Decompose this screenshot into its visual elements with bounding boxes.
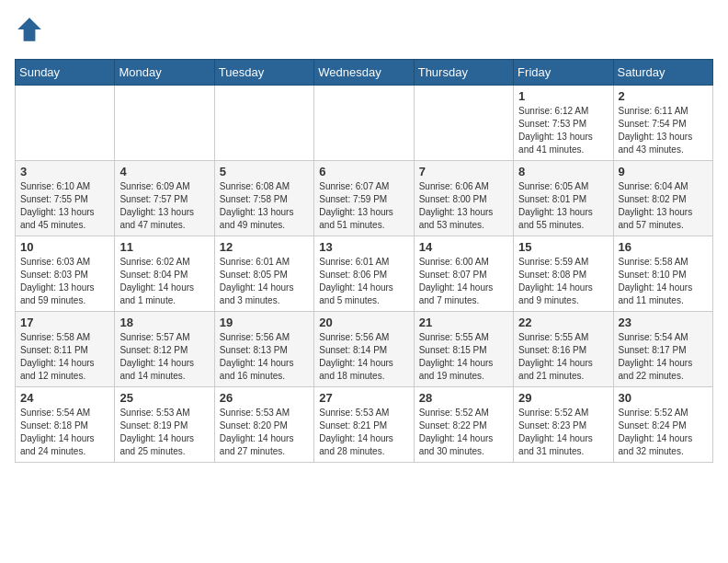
page-header <box>15 15 713 44</box>
calendar-cell: 8Sunrise: 6:05 AM Sunset: 8:01 PM Daylig… <box>514 161 613 236</box>
day-number: 9 <box>619 165 708 178</box>
day-info: Sunrise: 5:55 AM Sunset: 8:15 PM Dayligh… <box>419 331 508 383</box>
calendar-cell: 15Sunrise: 5:59 AM Sunset: 8:08 PM Dayli… <box>514 236 613 312</box>
day-number: 19 <box>220 316 309 329</box>
day-number: 16 <box>619 240 708 254</box>
day-info: Sunrise: 5:57 AM Sunset: 8:12 PM Dayligh… <box>119 331 209 383</box>
calendar-cell <box>414 86 513 161</box>
day-info: Sunrise: 5:55 AM Sunset: 8:16 PM Dayligh… <box>518 331 608 383</box>
day-info: Sunrise: 6:10 AM Sunset: 7:55 PM Dayligh… <box>20 180 109 232</box>
day-info: Sunrise: 5:58 AM Sunset: 8:10 PM Dayligh… <box>619 256 708 307</box>
day-number: 23 <box>619 316 708 329</box>
day-of-week-header: Sunday <box>16 60 115 86</box>
calendar-cell <box>115 86 214 161</box>
day-info: Sunrise: 5:58 AM Sunset: 8:11 PM Dayligh… <box>20 331 109 383</box>
day-number: 3 <box>20 165 109 178</box>
day-info: Sunrise: 6:12 AM Sunset: 7:53 PM Dayligh… <box>518 105 608 156</box>
day-info: Sunrise: 5:53 AM Sunset: 8:20 PM Dayligh… <box>220 407 309 458</box>
day-number: 10 <box>20 240 109 254</box>
day-number: 6 <box>319 165 408 178</box>
calendar-week-row: 10Sunrise: 6:03 AM Sunset: 8:03 PM Dayli… <box>16 236 713 312</box>
day-info: Sunrise: 5:52 AM Sunset: 8:23 PM Dayligh… <box>518 407 608 458</box>
day-info: Sunrise: 5:54 AM Sunset: 8:17 PM Dayligh… <box>619 331 708 383</box>
day-info: Sunrise: 5:54 AM Sunset: 8:18 PM Dayligh… <box>20 407 109 458</box>
day-number: 17 <box>20 316 109 329</box>
calendar-cell: 7Sunrise: 6:06 AM Sunset: 8:00 PM Daylig… <box>414 161 513 236</box>
day-info: Sunrise: 6:11 AM Sunset: 7:54 PM Dayligh… <box>619 105 708 156</box>
calendar-cell <box>16 86 115 161</box>
calendar-cell: 10Sunrise: 6:03 AM Sunset: 8:03 PM Dayli… <box>16 236 115 312</box>
svg-marker-0 <box>17 17 41 41</box>
calendar-cell: 30Sunrise: 5:52 AM Sunset: 8:24 PM Dayli… <box>613 387 712 463</box>
calendar-cell: 20Sunrise: 5:56 AM Sunset: 8:14 PM Dayli… <box>314 312 414 387</box>
calendar-cell <box>214 86 313 161</box>
day-number: 5 <box>220 165 309 178</box>
calendar-week-row: 17Sunrise: 5:58 AM Sunset: 8:11 PM Dayli… <box>16 312 713 387</box>
day-number: 29 <box>518 391 608 405</box>
day-number: 18 <box>119 316 209 329</box>
day-of-week-header: Thursday <box>414 60 513 86</box>
day-info: Sunrise: 5:53 AM Sunset: 8:19 PM Dayligh… <box>119 407 209 458</box>
calendar-cell: 13Sunrise: 6:01 AM Sunset: 8:06 PM Dayli… <box>314 236 414 312</box>
day-info: Sunrise: 5:56 AM Sunset: 8:14 PM Dayligh… <box>319 331 408 383</box>
day-info: Sunrise: 5:56 AM Sunset: 8:13 PM Dayligh… <box>220 331 309 383</box>
calendar-cell: 12Sunrise: 6:01 AM Sunset: 8:05 PM Dayli… <box>214 236 313 312</box>
calendar-cell: 27Sunrise: 5:53 AM Sunset: 8:21 PM Dayli… <box>314 387 414 463</box>
calendar-cell: 29Sunrise: 5:52 AM Sunset: 8:23 PM Dayli… <box>514 387 613 463</box>
day-number: 15 <box>518 240 608 254</box>
calendar-cell: 5Sunrise: 6:08 AM Sunset: 7:58 PM Daylig… <box>214 161 313 236</box>
calendar-header-row: SundayMondayTuesdayWednesdayThursdayFrid… <box>16 60 713 86</box>
day-number: 12 <box>220 240 309 254</box>
day-info: Sunrise: 6:01 AM Sunset: 8:06 PM Dayligh… <box>319 256 408 307</box>
logo-icon <box>15 15 44 44</box>
logo <box>15 15 48 44</box>
day-info: Sunrise: 6:01 AM Sunset: 8:05 PM Dayligh… <box>220 256 309 307</box>
day-info: Sunrise: 5:52 AM Sunset: 8:24 PM Dayligh… <box>619 407 708 458</box>
calendar-cell: 21Sunrise: 5:55 AM Sunset: 8:15 PM Dayli… <box>414 312 513 387</box>
day-of-week-header: Friday <box>514 60 613 86</box>
day-number: 2 <box>619 89 708 103</box>
calendar-week-row: 24Sunrise: 5:54 AM Sunset: 8:18 PM Dayli… <box>16 387 713 463</box>
calendar-cell: 23Sunrise: 5:54 AM Sunset: 8:17 PM Dayli… <box>613 312 712 387</box>
calendar-cell: 22Sunrise: 5:55 AM Sunset: 8:16 PM Dayli… <box>514 312 613 387</box>
calendar: SundayMondayTuesdayWednesdayThursdayFrid… <box>15 59 713 463</box>
calendar-cell: 26Sunrise: 5:53 AM Sunset: 8:20 PM Dayli… <box>214 387 313 463</box>
day-number: 20 <box>319 316 408 329</box>
calendar-cell: 24Sunrise: 5:54 AM Sunset: 8:18 PM Dayli… <box>16 387 115 463</box>
day-info: Sunrise: 6:02 AM Sunset: 8:04 PM Dayligh… <box>119 256 209 307</box>
day-number: 7 <box>419 165 508 178</box>
calendar-cell: 14Sunrise: 6:00 AM Sunset: 8:07 PM Dayli… <box>414 236 513 312</box>
day-number: 25 <box>119 391 209 405</box>
day-info: Sunrise: 6:07 AM Sunset: 7:59 PM Dayligh… <box>319 180 408 232</box>
day-number: 8 <box>518 165 608 178</box>
day-of-week-header: Wednesday <box>314 60 414 86</box>
day-info: Sunrise: 6:03 AM Sunset: 8:03 PM Dayligh… <box>20 256 109 307</box>
day-number: 30 <box>619 391 708 405</box>
calendar-week-row: 3Sunrise: 6:10 AM Sunset: 7:55 PM Daylig… <box>16 161 713 236</box>
calendar-cell: 28Sunrise: 5:52 AM Sunset: 8:22 PM Dayli… <box>414 387 513 463</box>
day-number: 11 <box>119 240 209 254</box>
calendar-cell: 19Sunrise: 5:56 AM Sunset: 8:13 PM Dayli… <box>214 312 313 387</box>
calendar-cell: 17Sunrise: 5:58 AM Sunset: 8:11 PM Dayli… <box>16 312 115 387</box>
day-number: 22 <box>518 316 608 329</box>
calendar-cell: 1Sunrise: 6:12 AM Sunset: 7:53 PM Daylig… <box>514 86 613 161</box>
day-info: Sunrise: 6:08 AM Sunset: 7:58 PM Dayligh… <box>220 180 309 232</box>
day-number: 1 <box>518 89 608 103</box>
day-of-week-header: Monday <box>115 60 214 86</box>
calendar-cell: 4Sunrise: 6:09 AM Sunset: 7:57 PM Daylig… <box>115 161 214 236</box>
calendar-cell: 9Sunrise: 6:04 AM Sunset: 8:02 PM Daylig… <box>613 161 712 236</box>
day-number: 4 <box>119 165 209 178</box>
day-number: 24 <box>20 391 109 405</box>
day-info: Sunrise: 5:52 AM Sunset: 8:22 PM Dayligh… <box>419 407 508 458</box>
calendar-cell: 16Sunrise: 5:58 AM Sunset: 8:10 PM Dayli… <box>613 236 712 312</box>
calendar-cell: 2Sunrise: 6:11 AM Sunset: 7:54 PM Daylig… <box>613 86 712 161</box>
day-number: 26 <box>220 391 309 405</box>
day-number: 28 <box>419 391 508 405</box>
day-number: 14 <box>419 240 508 254</box>
calendar-cell: 6Sunrise: 6:07 AM Sunset: 7:59 PM Daylig… <box>314 161 414 236</box>
day-info: Sunrise: 5:53 AM Sunset: 8:21 PM Dayligh… <box>319 407 408 458</box>
day-number: 27 <box>319 391 408 405</box>
calendar-cell: 18Sunrise: 5:57 AM Sunset: 8:12 PM Dayli… <box>115 312 214 387</box>
day-of-week-header: Tuesday <box>214 60 313 86</box>
calendar-cell: 3Sunrise: 6:10 AM Sunset: 7:55 PM Daylig… <box>16 161 115 236</box>
